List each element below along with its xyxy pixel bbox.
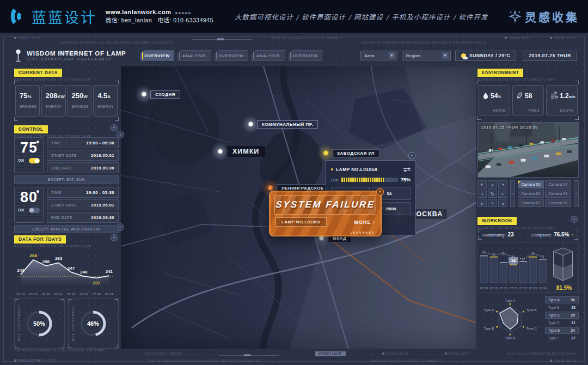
more-label: MORE bbox=[354, 220, 371, 225]
svg-text:Type B: Type B bbox=[526, 308, 536, 312]
camera-05-button[interactable]: Camera 05 bbox=[545, 190, 571, 198]
camera-view[interactable]: 2019.07.25 THUR 18:26:09 bbox=[477, 122, 579, 178]
map-label-skhodnya[interactable]: СХОДНЯ bbox=[140, 90, 180, 99]
workbook-subtitle: RUNNING CONDITION OF STREETLAMP bbox=[477, 226, 579, 229]
camera-prev-button[interactable]: ‹ bbox=[510, 180, 515, 207]
camera-01-button[interactable]: Camera 01 bbox=[518, 180, 544, 188]
inspiration-collect[interactable]: 灵感收集 bbox=[509, 8, 579, 25]
pan-down-right-button[interactable]: ◢ bbox=[498, 199, 507, 207]
schedule-2-toggle[interactable] bbox=[29, 208, 40, 213]
tab-overview-3[interactable]: OVERVIEW bbox=[289, 50, 322, 61]
legend-row-type-f[interactable]: Type F37 bbox=[545, 334, 579, 342]
sliders-icon[interactable] bbox=[403, 167, 411, 172]
left-column: CURRENT DATA RUNNING CONDITION OF STREET… bbox=[14, 66, 119, 349]
region-select[interactable]: Region ▾ bbox=[402, 51, 451, 60]
legend-row-type-a[interactable]: Type A36 bbox=[545, 296, 579, 303]
outstanding-value: 23 bbox=[508, 232, 514, 238]
logo: 蓝蓝设计 bbox=[9, 6, 97, 27]
pan-up-button[interactable]: ▲ bbox=[488, 180, 497, 188]
type-legend: Type A36 Type B28 Type C25 Type D31 Type… bbox=[545, 296, 579, 342]
cube-glyph bbox=[551, 246, 575, 284]
camera-02-button[interactable]: Camera 02 bbox=[518, 190, 544, 198]
deco-strip-bottom: TWO ROADS DIVERGED IN A YELLOW WOOD, AND… bbox=[14, 350, 576, 357]
gauge-label: COMPARISON FOR bbox=[71, 306, 75, 342]
env-value: 58 bbox=[525, 92, 532, 100]
legend-type: Type E bbox=[549, 328, 560, 332]
workbook-more-button[interactable]: › bbox=[571, 216, 578, 223]
map-label-kommunalny[interactable]: КОММУНАЛЬНЫЙ ПР. bbox=[247, 120, 318, 129]
tab-overview-2[interactable]: OVERVIEW bbox=[215, 50, 248, 61]
on-label: ON bbox=[18, 159, 24, 162]
pan-left-button[interactable]: ◄ bbox=[477, 190, 487, 198]
legend-row-type-c[interactable]: Type C25 bbox=[545, 312, 579, 319]
legend-type: Type A bbox=[549, 298, 560, 302]
alert-more-button[interactable]: MORE › bbox=[354, 220, 375, 225]
pan-down-button[interactable]: ▼ bbox=[488, 199, 497, 207]
gauge-label: COMPARISON FOR bbox=[17, 306, 21, 342]
legend-row-type-b[interactable]: Type B28 bbox=[545, 304, 579, 311]
weather-widget: SUNNDAY / 29°C bbox=[455, 51, 517, 61]
map-label-text: ЗАВОДСКАЯ УЛ bbox=[332, 149, 379, 157]
end-date-row[interactable]: END DATE2019.09.30 bbox=[47, 162, 119, 173]
camera-06-button[interactable]: Camera 06 bbox=[545, 199, 571, 207]
deco-check-label: TRAVEL BOTH bbox=[18, 36, 40, 41]
city-map[interactable]: ‹ ‹ СХОДНЯ КОММУНАЛЬНЫЙ ПР. ХИМКИ ЗАВОДС… bbox=[121, 66, 476, 349]
legend-type: Type F bbox=[548, 336, 559, 340]
svg-text:258: 258 bbox=[42, 259, 50, 264]
deco-edge-text: TWO ROADS DIVERGED IN A YELLOW WOOD, AND… bbox=[149, 358, 262, 363]
reset-view-button[interactable]: ↻ bbox=[488, 190, 497, 198]
area-select[interactable]: Area ▾ bbox=[360, 51, 397, 60]
lamp-pin-white bbox=[140, 91, 148, 98]
pan-up-right-button[interactable]: ◥ bbox=[498, 180, 507, 188]
tab-analysis-1[interactable]: ANALYSIS bbox=[177, 50, 211, 61]
camera-next-button[interactable]: › bbox=[574, 180, 579, 207]
stat-value: 250 bbox=[72, 92, 84, 100]
expand-week-button[interactable]: + bbox=[111, 234, 118, 241]
time-row[interactable]: TIME19:00 - 05:30 bbox=[47, 137, 119, 148]
legend-row-type-e[interactable]: Type E24 bbox=[545, 327, 579, 334]
tab-analysis-2[interactable]: ANALYSIS bbox=[252, 50, 285, 61]
chevron-down-icon: ▾ bbox=[389, 52, 395, 59]
map-label-text: КОММУНАЛЬНЫЙ ПР. bbox=[257, 120, 318, 129]
legend-row-type-d[interactable]: Type D31 bbox=[545, 319, 579, 326]
traffic-scene bbox=[478, 123, 578, 177]
checkbox-icon bbox=[505, 37, 507, 39]
svg-text:Type C: Type C bbox=[526, 326, 537, 330]
leaf-icon bbox=[517, 92, 523, 99]
pan-right-button[interactable]: ► bbox=[498, 190, 507, 198]
camera-04-button[interactable]: Camera 04 bbox=[545, 180, 571, 188]
hazard-stripes bbox=[351, 232, 375, 234]
legend-value: 24 bbox=[571, 328, 575, 332]
alert-band: SYSTEM FAILURE bbox=[274, 195, 376, 215]
legend-type: Type C bbox=[549, 313, 560, 317]
stat-label: ENERGY bbox=[46, 105, 65, 108]
tab-overview-1[interactable]: OVERVIEW bbox=[140, 50, 174, 61]
camera-03-button[interactable]: Camera 03 bbox=[518, 199, 544, 207]
lbn-bar[interactable] bbox=[341, 178, 398, 182]
website-link[interactable]: www.lanlanwork.com bbox=[106, 9, 171, 15]
time-row[interactable]: TIME19:00 - 05:30 bbox=[47, 187, 119, 198]
gauge-box-1: COMPARISON FOR 50% bbox=[14, 299, 65, 349]
start-date-row[interactable]: START DATE2019.05.01 bbox=[47, 150, 119, 161]
deco-bottom-right: AND HAVING PERHAPS THE BETTER CLAIM bbox=[507, 351, 576, 356]
deco-strip-top: TRAVEL BOTH TWO ROADS DIVERGED IN A YELL… bbox=[14, 36, 576, 45]
svg-text:07.21: 07.21 bbox=[510, 287, 518, 290]
add-schedule-button[interactable]: + bbox=[111, 124, 118, 131]
schedule-1-toggle[interactable] bbox=[29, 158, 40, 163]
row-value: 19:00 - 05:30 bbox=[86, 190, 114, 195]
popup-close-button[interactable]: ✕ bbox=[408, 152, 415, 159]
start-date-row[interactable]: START DATE2019.05.01 bbox=[47, 199, 119, 210]
map-label-khimki[interactable]: ХИМКИ bbox=[217, 146, 265, 157]
lanlan-logo-icon bbox=[9, 7, 27, 26]
sun-cloud-icon bbox=[461, 53, 466, 58]
status-dot bbox=[331, 168, 333, 171]
map-label-zavodskaya[interactable]: ЗАВОДСКАЯ УЛ bbox=[322, 149, 379, 157]
pan-up-left-button[interactable]: ◤ bbox=[477, 180, 487, 188]
alert-close-button[interactable]: ✕ bbox=[376, 188, 384, 196]
stat-unit: KW bbox=[57, 94, 64, 99]
end-date-row[interactable]: END DATE2019.09.30 bbox=[47, 212, 119, 223]
brightness-card-2: 80 ON bbox=[14, 187, 44, 223]
arrows-decor: ▸▸▸▸▸ bbox=[175, 10, 192, 15]
pan-down-left-button[interactable]: ◣ bbox=[477, 199, 487, 207]
env-unit: m/s bbox=[569, 95, 575, 99]
